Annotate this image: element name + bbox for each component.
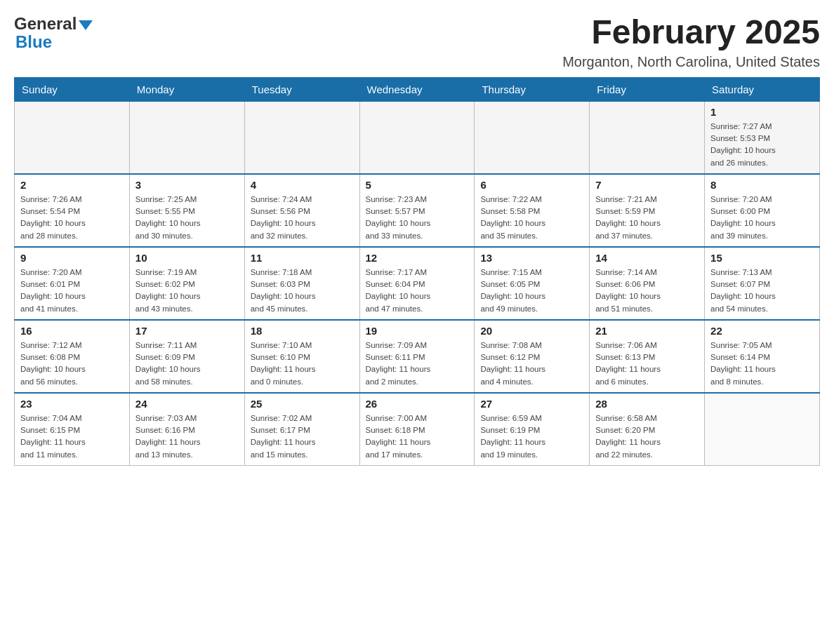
day-info: Sunrise: 7:26 AMSunset: 5:54 PMDaylight:… <box>20 194 124 242</box>
day-number: 12 <box>366 252 469 264</box>
day-number: 10 <box>135 252 239 264</box>
table-row: 19Sunrise: 7:09 AMSunset: 6:11 PMDayligh… <box>359 320 475 393</box>
day-info: Sunrise: 7:15 AMSunset: 6:05 PMDaylight:… <box>480 267 583 315</box>
table-row: 17Sunrise: 7:11 AMSunset: 6:09 PMDayligh… <box>129 320 244 393</box>
day-number: 20 <box>480 325 583 337</box>
calendar-header-tuesday: Tuesday <box>244 77 359 101</box>
day-info: Sunrise: 7:04 AMSunset: 6:15 PMDaylight:… <box>20 412 124 461</box>
calendar-header-thursday: Thursday <box>475 77 590 101</box>
day-number: 14 <box>595 252 699 264</box>
table-row: 23Sunrise: 7:04 AMSunset: 6:15 PMDayligh… <box>15 393 130 466</box>
day-number: 2 <box>20 179 124 191</box>
day-number: 19 <box>366 325 469 337</box>
calendar-week-1: 1Sunrise: 7:27 AMSunset: 5:53 PMDaylight… <box>15 101 820 174</box>
table-row: 10Sunrise: 7:19 AMSunset: 6:02 PMDayligh… <box>129 247 244 320</box>
day-number: 27 <box>480 398 583 410</box>
day-number: 26 <box>366 398 469 410</box>
table-row: 18Sunrise: 7:10 AMSunset: 6:10 PMDayligh… <box>244 320 359 393</box>
day-number: 8 <box>710 179 814 191</box>
calendar-header-sunday: Sunday <box>15 77 130 101</box>
calendar-week-3: 9Sunrise: 7:20 AMSunset: 6:01 PMDaylight… <box>15 247 820 320</box>
day-number: 5 <box>366 179 469 191</box>
table-row: 1Sunrise: 7:27 AMSunset: 5:53 PMDaylight… <box>705 101 820 174</box>
calendar-week-4: 16Sunrise: 7:12 AMSunset: 6:08 PMDayligh… <box>15 320 820 393</box>
day-info: Sunrise: 6:58 AMSunset: 6:20 PMDaylight:… <box>595 412 699 461</box>
day-number: 3 <box>135 179 239 191</box>
day-info: Sunrise: 7:11 AMSunset: 6:09 PMDaylight:… <box>135 340 239 388</box>
table-row <box>590 101 705 174</box>
day-info: Sunrise: 7:09 AMSunset: 6:11 PMDaylight:… <box>366 340 469 388</box>
table-row <box>359 101 475 174</box>
table-row: 22Sunrise: 7:05 AMSunset: 6:14 PMDayligh… <box>705 320 820 393</box>
day-number: 9 <box>20 252 124 264</box>
day-info: Sunrise: 7:25 AMSunset: 5:55 PMDaylight:… <box>135 194 239 242</box>
table-row: 15Sunrise: 7:13 AMSunset: 6:07 PMDayligh… <box>705 247 820 320</box>
calendar-week-5: 23Sunrise: 7:04 AMSunset: 6:15 PMDayligh… <box>15 393 820 466</box>
day-info: Sunrise: 7:13 AMSunset: 6:07 PMDaylight:… <box>710 267 814 315</box>
day-info: Sunrise: 7:24 AMSunset: 5:56 PMDaylight:… <box>251 194 354 242</box>
table-row: 8Sunrise: 7:20 AMSunset: 6:00 PMDaylight… <box>705 174 820 247</box>
day-number: 7 <box>595 179 699 191</box>
calendar-header-saturday: Saturday <box>705 77 820 101</box>
day-info: Sunrise: 7:21 AMSunset: 5:59 PMDaylight:… <box>595 194 699 242</box>
table-row: 27Sunrise: 6:59 AMSunset: 6:19 PMDayligh… <box>475 393 590 466</box>
table-row: 3Sunrise: 7:25 AMSunset: 5:55 PMDaylight… <box>129 174 244 247</box>
logo: General Blue <box>14 14 93 52</box>
calendar-header-row: SundayMondayTuesdayWednesdayThursdayFrid… <box>15 77 820 101</box>
page-title: February 2025 <box>562 14 820 51</box>
day-info: Sunrise: 7:05 AMSunset: 6:14 PMDaylight:… <box>710 340 814 388</box>
table-row: 5Sunrise: 7:23 AMSunset: 5:57 PMDaylight… <box>359 174 475 247</box>
page-header: General Blue February 2025 Morganton, No… <box>14 14 820 70</box>
day-info: Sunrise: 7:03 AMSunset: 6:16 PMDaylight:… <box>135 412 239 461</box>
day-number: 13 <box>480 252 583 264</box>
day-info: Sunrise: 6:59 AMSunset: 6:19 PMDaylight:… <box>480 412 583 461</box>
day-info: Sunrise: 7:27 AMSunset: 5:53 PMDaylight:… <box>710 121 814 169</box>
table-row: 16Sunrise: 7:12 AMSunset: 6:08 PMDayligh… <box>15 320 130 393</box>
table-row <box>475 101 590 174</box>
page-subtitle: Morganton, North Carolina, United States <box>562 54 820 70</box>
day-info: Sunrise: 7:00 AMSunset: 6:18 PMDaylight:… <box>366 412 469 461</box>
table-row <box>244 101 359 174</box>
day-info: Sunrise: 7:18 AMSunset: 6:03 PMDaylight:… <box>251 267 354 315</box>
table-row <box>129 101 244 174</box>
day-number: 6 <box>480 179 583 191</box>
logo-blue-text: Blue <box>15 32 52 52</box>
day-number: 1 <box>710 106 814 118</box>
day-number: 25 <box>251 398 354 410</box>
day-info: Sunrise: 7:19 AMSunset: 6:02 PMDaylight:… <box>135 267 239 315</box>
day-info: Sunrise: 7:06 AMSunset: 6:13 PMDaylight:… <box>595 340 699 388</box>
table-row: 11Sunrise: 7:18 AMSunset: 6:03 PMDayligh… <box>244 247 359 320</box>
table-row: 9Sunrise: 7:20 AMSunset: 6:01 PMDaylight… <box>15 247 130 320</box>
table-row: 6Sunrise: 7:22 AMSunset: 5:58 PMDaylight… <box>475 174 590 247</box>
day-info: Sunrise: 7:17 AMSunset: 6:04 PMDaylight:… <box>366 267 469 315</box>
table-row: 14Sunrise: 7:14 AMSunset: 6:06 PMDayligh… <box>590 247 705 320</box>
day-number: 15 <box>710 252 814 264</box>
day-number: 24 <box>135 398 239 410</box>
table-row: 7Sunrise: 7:21 AMSunset: 5:59 PMDaylight… <box>590 174 705 247</box>
day-number: 17 <box>135 325 239 337</box>
table-row: 4Sunrise: 7:24 AMSunset: 5:56 PMDaylight… <box>244 174 359 247</box>
title-area: February 2025 Morganton, North Carolina,… <box>562 14 820 70</box>
table-row: 28Sunrise: 6:58 AMSunset: 6:20 PMDayligh… <box>590 393 705 466</box>
day-info: Sunrise: 7:12 AMSunset: 6:08 PMDaylight:… <box>20 340 124 388</box>
day-number: 23 <box>20 398 124 410</box>
table-row: 12Sunrise: 7:17 AMSunset: 6:04 PMDayligh… <box>359 247 475 320</box>
day-info: Sunrise: 7:22 AMSunset: 5:58 PMDaylight:… <box>480 194 583 242</box>
day-number: 4 <box>251 179 354 191</box>
day-number: 11 <box>251 252 354 264</box>
day-info: Sunrise: 7:10 AMSunset: 6:10 PMDaylight:… <box>251 340 354 388</box>
day-info: Sunrise: 7:08 AMSunset: 6:12 PMDaylight:… <box>480 340 583 388</box>
day-info: Sunrise: 7:23 AMSunset: 5:57 PMDaylight:… <box>366 194 469 242</box>
day-number: 22 <box>710 325 814 337</box>
table-row <box>15 101 130 174</box>
day-info: Sunrise: 7:14 AMSunset: 6:06 PMDaylight:… <box>595 267 699 315</box>
table-row: 13Sunrise: 7:15 AMSunset: 6:05 PMDayligh… <box>475 247 590 320</box>
table-row: 20Sunrise: 7:08 AMSunset: 6:12 PMDayligh… <box>475 320 590 393</box>
calendar-header-friday: Friday <box>590 77 705 101</box>
table-row: 2Sunrise: 7:26 AMSunset: 5:54 PMDaylight… <box>15 174 130 247</box>
day-number: 21 <box>595 325 699 337</box>
calendar-table: SundayMondayTuesdayWednesdayThursdayFrid… <box>14 77 820 466</box>
day-info: Sunrise: 7:20 AMSunset: 6:00 PMDaylight:… <box>710 194 814 242</box>
day-number: 16 <box>20 325 124 337</box>
logo-triangle-icon <box>79 20 93 30</box>
